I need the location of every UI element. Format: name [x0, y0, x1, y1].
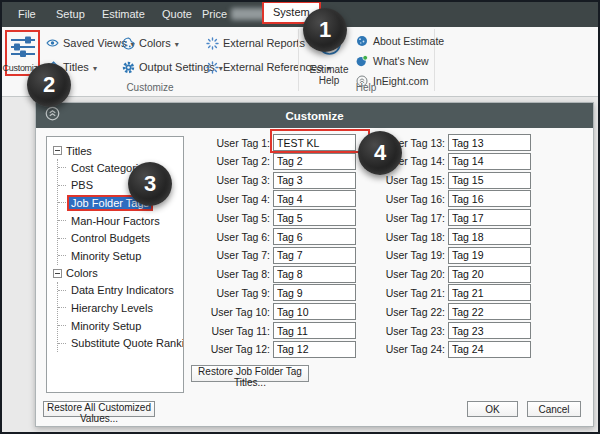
user-tag-input[interactable]	[273, 341, 356, 358]
sparkle-icon	[206, 61, 219, 74]
external-reports-button[interactable]: External Reports	[206, 35, 313, 51]
dialog-title-bar: Customize	[36, 103, 593, 128]
dialog-title: Customize	[36, 110, 593, 122]
user-tag-input[interactable]	[448, 303, 531, 320]
tree-children-colors: Data Entry Indicators Hierarchy Levels M…	[57, 282, 181, 352]
cancel-button[interactable]: Cancel	[527, 401, 581, 417]
collapse-minus-icon[interactable]	[53, 146, 62, 155]
menu-bar: File Setup Estimate Quote Price System	[2, 2, 598, 27]
user-tag-input[interactable]	[448, 228, 531, 245]
gear-icon	[122, 61, 135, 74]
tree-group-titles: Titles Cost Categories PBS Job Folder Ta…	[53, 142, 181, 265]
ribbon: Customize Saved Views Titles Colors Outp…	[2, 27, 598, 97]
tree-node-titles[interactable]: Titles	[53, 142, 181, 159]
user-tag-label: User Tag 8:	[186, 268, 273, 280]
user-tag-input[interactable]	[273, 228, 356, 245]
user-tag-label: User Tag 12:	[186, 343, 273, 355]
user-tag-row: User Tag 12:	[186, 341, 356, 358]
colors-button[interactable]: Colors	[122, 35, 179, 51]
restore-job-folder-tag-titles-button[interactable]: Restore Job Folder Tag Titles...	[191, 365, 309, 382]
user-tag-input[interactable]	[273, 153, 356, 170]
user-tag-input[interactable]	[448, 190, 531, 207]
user-tag-label: User Tag 9:	[186, 287, 273, 299]
user-tag-input[interactable]	[273, 172, 356, 189]
user-tag-label: User Tag 1:	[186, 137, 273, 149]
whats-new-label: What's New	[373, 55, 429, 67]
user-tag-row: User Tag 11:	[186, 322, 356, 339]
tree-item[interactable]: Hierarchy Levels	[58, 299, 181, 317]
user-tag-row: User Tag 15:	[361, 172, 531, 189]
user-tag-label: User Tag 22:	[361, 306, 448, 318]
user-tag-label: User Tag 3:	[186, 174, 273, 186]
user-tag-label: User Tag 20:	[361, 268, 448, 280]
tree-item[interactable]: Data Entry Indicators	[58, 282, 181, 300]
user-tag-input[interactable]	[273, 190, 356, 207]
user-tag-input[interactable]	[448, 322, 531, 339]
user-tag-input[interactable]	[273, 322, 356, 339]
about-estimate-label: About Estimate	[373, 35, 444, 47]
step-badge-4: 4	[358, 131, 402, 175]
user-tag-label: User Tag 11:	[186, 325, 273, 337]
tree-item[interactable]: Man-Hour Factors	[58, 212, 181, 230]
user-tag-input[interactable]	[448, 134, 531, 151]
tab-redacted[interactable]	[231, 8, 267, 20]
user-tag-label: User Tag 4:	[186, 193, 273, 205]
palette-icon	[122, 37, 135, 50]
user-tag-input[interactable]	[448, 266, 531, 283]
user-tag-row: User Tag 4:	[186, 190, 356, 207]
tab-price[interactable]: Price	[202, 8, 227, 20]
tab-file[interactable]: File	[18, 8, 36, 20]
user-tag-input[interactable]	[273, 134, 356, 151]
user-tag-row: User Tag 6:	[186, 228, 356, 245]
tree-item[interactable]: Control Budgets	[58, 229, 181, 247]
user-tag-label: User Tag 16:	[361, 193, 448, 205]
user-tag-row: User Tag 20:	[361, 266, 531, 283]
tab-setup[interactable]: Setup	[56, 8, 85, 20]
user-tag-input[interactable]	[273, 303, 356, 320]
user-tag-row: User Tag 21:	[361, 284, 531, 301]
user-tag-input[interactable]	[448, 209, 531, 226]
user-tag-input[interactable]	[273, 209, 356, 226]
user-tag-row: User Tag 1:	[186, 134, 356, 151]
user-tag-label: User Tag 18:	[361, 231, 448, 243]
user-tag-input[interactable]	[273, 247, 356, 264]
tree-item[interactable]: Minority Setup	[58, 247, 181, 265]
user-tag-row: User Tag 2:	[186, 153, 356, 170]
user-tag-input[interactable]	[448, 247, 531, 264]
tree-node-colors[interactable]: Colors	[53, 265, 181, 282]
user-tag-label: User Tag 21:	[361, 287, 448, 299]
titles-label: Titles	[63, 61, 97, 73]
tree-item[interactable]: Minority Setup	[58, 317, 181, 335]
user-tag-row: User Tag 3:	[186, 172, 356, 189]
user-tag-input[interactable]	[448, 341, 531, 358]
user-tag-row: User Tag 18:	[361, 228, 531, 245]
tab-quote[interactable]: Quote	[162, 8, 192, 20]
user-tag-input[interactable]	[448, 153, 531, 170]
restore-all-customized-values-button[interactable]: Restore All Customized Values...	[43, 401, 155, 417]
user-tag-row: User Tag 10:	[186, 303, 356, 320]
about-icon	[356, 35, 368, 47]
user-tag-input[interactable]	[448, 284, 531, 301]
user-tag-input[interactable]	[448, 172, 531, 189]
about-estimate-link[interactable]: About Estimate	[356, 33, 444, 48]
app-window: File Setup Estimate Quote Price System C…	[0, 0, 600, 434]
tree-item[interactable]: Substitute Quote Ranking	[58, 334, 181, 352]
collapse-minus-icon[interactable]	[53, 269, 62, 278]
user-tag-row: User Tag 7:	[186, 247, 356, 264]
whats-new-link[interactable]: What's New	[356, 53, 429, 68]
user-tag-label: User Tag 2:	[186, 155, 273, 167]
user-tag-label: User Tag 6:	[186, 231, 273, 243]
user-tag-input[interactable]	[273, 266, 356, 283]
user-tag-input[interactable]	[273, 284, 356, 301]
tab-estimate[interactable]: Estimate	[102, 8, 145, 20]
user-tag-row: User Tag 9:	[186, 284, 356, 301]
customize-dialog: Customize Titles Cost Categories PBS Job…	[35, 102, 594, 427]
user-tag-row: User Tag 16:	[361, 190, 531, 207]
user-tag-row: User Tag 19:	[361, 247, 531, 264]
estimate-help-label: Estimate Help	[304, 64, 354, 86]
ineight-com-link[interactable]: InEight.com	[356, 73, 428, 88]
tree-root-label: Colors	[66, 267, 98, 279]
user-tag-label: User Tag 24:	[361, 343, 448, 355]
user-tag-row: User Tag 23:	[361, 322, 531, 339]
ok-button[interactable]: OK	[467, 401, 518, 417]
